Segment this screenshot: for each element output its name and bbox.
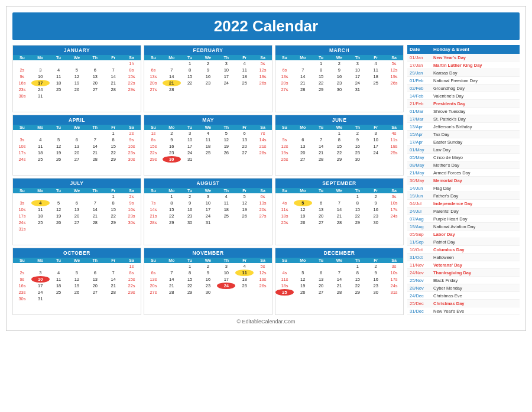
- holiday-name: Patriot Day: [433, 239, 517, 245]
- cal-cell: 16: [330, 73, 349, 80]
- cal-cell: 3s: [13, 137, 31, 143]
- cal-cell: 17: [217, 73, 235, 80]
- cal-cell: 28: [86, 219, 104, 226]
- holiday-row: 17/AprEaster Sunday: [407, 138, 520, 146]
- cal-cell: [104, 296, 122, 302]
- holidays-header: DateHoliday & Event: [407, 45, 520, 54]
- day-header: Sa: [122, 125, 141, 130]
- cal-cell: 11: [31, 143, 50, 150]
- holiday-date: 13/Apr: [410, 124, 433, 129]
- cal-cell: 14: [104, 73, 122, 80]
- cal-cell: 24: [31, 86, 50, 93]
- cal-cell: 22: [104, 150, 122, 156]
- cal-cell: 25: [235, 283, 254, 289]
- cal-cell: 7: [104, 67, 122, 73]
- holiday-date: 11/Nov: [410, 262, 433, 268]
- month-february: FEBRUARYSuMoTuWeThFrSa12345s6s789101112s…: [144, 45, 273, 112]
- day-header: We: [330, 55, 349, 60]
- holiday-row: 15/AprTax Day: [407, 131, 520, 138]
- holiday-date: 24/Dec: [410, 293, 433, 299]
- cal-cell: 14: [163, 73, 181, 80]
- day-header: Fr: [235, 125, 254, 130]
- cal-cell: 14: [104, 276, 122, 283]
- cal-cell: 7: [163, 270, 181, 276]
- cal-cell: 14: [294, 73, 312, 80]
- cal-cell: 8: [104, 137, 122, 143]
- day-header: Fr: [104, 258, 122, 263]
- cal-cell: 5s: [254, 60, 272, 67]
- cal-cell: [254, 156, 272, 163]
- holiday-date: 25/Dec: [410, 301, 433, 306]
- cal-cell: 21: [86, 150, 104, 156]
- holiday-row: 19/AugNational Aviation Day: [407, 223, 520, 231]
- cal-cell: [294, 193, 312, 200]
- holiday-date: 17/Jan: [410, 63, 433, 68]
- cal-cell: 3: [366, 130, 385, 137]
- cal-cell: 30: [199, 289, 218, 296]
- cal-cell: 23s: [122, 213, 141, 219]
- cal-cell: 11s: [275, 276, 294, 283]
- cal-cell: 17s: [13, 213, 31, 219]
- day-header: Mo: [163, 188, 181, 193]
- cal-cell: 22: [348, 283, 366, 289]
- cal-cell: 31: [348, 86, 366, 93]
- cal-cell: 20s: [275, 80, 294, 86]
- day-header: We: [68, 125, 86, 130]
- cal-cell: 4: [235, 263, 254, 270]
- cal-cell: 8: [104, 200, 122, 206]
- holiday-name: Labor Day: [433, 232, 517, 237]
- cal-cell: [330, 263, 349, 270]
- cal-cell: [254, 289, 272, 296]
- month-january: JANUARYSuMoTuWeThFrSa1h2s345678s9s101112…: [12, 45, 141, 112]
- cal-cell: [86, 93, 104, 99]
- cal-cell: [144, 263, 163, 270]
- cal-cell: 23: [163, 150, 181, 156]
- holiday-name: Father's Day: [433, 193, 517, 199]
- holiday-row: 24/DecChristmas Eve: [407, 292, 520, 300]
- holiday-date: 01/Jan: [410, 55, 433, 60]
- month-march: MARCHSuMoTuWeThFrSa12345s6s789101112s13s…: [275, 45, 404, 112]
- cal-cell: 15: [312, 73, 330, 80]
- cal-cell: 4: [50, 67, 68, 73]
- cal-cell: 13: [235, 137, 254, 143]
- cal-cell: 27s: [144, 86, 163, 93]
- cal-cell: [235, 219, 254, 226]
- cal-cell: 8: [348, 270, 366, 276]
- cal-cell: 6: [86, 67, 104, 73]
- holiday-row: 19/JunFather's Day: [407, 192, 520, 200]
- cal-cell: 15: [163, 206, 181, 213]
- holiday-date: 19/Jun: [410, 193, 433, 199]
- cal-cell: 9s: [122, 137, 141, 143]
- day-header: We: [330, 188, 349, 193]
- cal-cell: [31, 60, 50, 67]
- cal-cell: 22: [181, 283, 199, 289]
- day-header: Fr: [104, 125, 122, 130]
- cal-cell: 16: [199, 276, 218, 283]
- cal-cell: [294, 130, 312, 137]
- page: 2022 Calendar JANUARYSuMoTuWeThFrSa1h2s3…: [6, 6, 526, 331]
- cal-cell: 12: [68, 73, 86, 80]
- holiday-name: Memorial Day: [433, 178, 517, 183]
- cal-cell: 9: [366, 200, 385, 206]
- cal-cell: [199, 86, 218, 93]
- cal-cell: 27: [68, 156, 86, 163]
- cal-cell: [217, 219, 235, 226]
- cal-cell: [86, 60, 104, 67]
- holiday-row: 24/NovThanksgiving Day: [407, 269, 520, 277]
- cal-cell: 11: [50, 73, 68, 80]
- cal-cell: [104, 60, 122, 67]
- cal-cell: 12s: [385, 67, 403, 73]
- holiday-date: 31/Dec: [410, 309, 433, 314]
- cal-cell: 19s: [254, 276, 272, 283]
- holiday-name: Presidents Day: [433, 101, 517, 106]
- day-header: Mo: [163, 125, 181, 130]
- cal-cell: 2s: [122, 193, 141, 200]
- day-header: Tu: [50, 125, 68, 130]
- cal-cell: 25: [31, 156, 50, 163]
- cal-cell: 24s: [13, 156, 31, 163]
- cal-cell: 4: [217, 193, 235, 200]
- holiday-name: Thanksgiving Day: [433, 270, 517, 275]
- cal-cell: 19: [68, 283, 86, 289]
- cal-cell: [330, 193, 349, 200]
- holiday-name: Parents' Day: [433, 209, 517, 214]
